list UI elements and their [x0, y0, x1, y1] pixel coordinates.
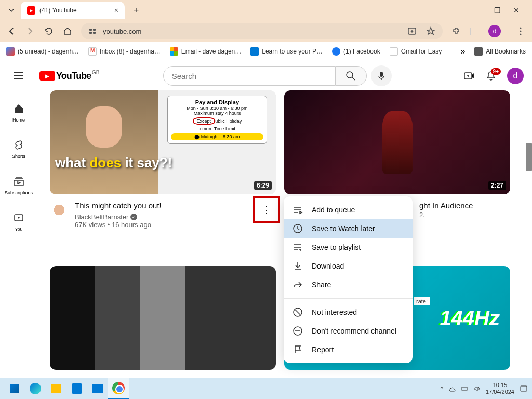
menu-download[interactable]: Download — [284, 257, 413, 275]
bookmark-learn[interactable]: Learn to use your P… — [250, 47, 323, 56]
minimize-button[interactable]: — — [474, 6, 482, 15]
svg-rect-0 — [89, 29, 92, 31]
site-settings-icon[interactable] — [88, 27, 97, 35]
menu-report[interactable]: Report — [284, 340, 413, 359]
video-duration: 6:29 — [254, 181, 272, 190]
tray-network-icon[interactable] — [461, 385, 468, 392]
menu-save-playlist[interactable]: Save to playlist — [284, 238, 413, 257]
new-tab-button[interactable]: + — [129, 3, 143, 18]
svg-rect-1 — [93, 29, 96, 31]
all-bookmarks[interactable]: All Bookmarks — [474, 47, 526, 56]
account-avatar[interactable]: d — [507, 68, 524, 84]
tray-notifications-icon[interactable] — [520, 384, 528, 393]
tab-list-dropdown[interactable] — [4, 3, 19, 18]
subscriptions-icon — [13, 176, 24, 187]
flag-icon — [292, 344, 303, 355]
video-more-button-1[interactable]: ⋮ — [257, 201, 276, 219]
extensions-button[interactable] — [451, 26, 461, 36]
close-window-button[interactable]: ✕ — [513, 6, 520, 15]
tray-chevron-icon[interactable]: ^ — [441, 385, 443, 392]
channel-name-1[interactable]: BlackBeltBarrister — [75, 213, 128, 221]
guide-menu-button[interactable] — [8, 65, 29, 86]
close-tab-icon[interactable]: × — [114, 6, 118, 15]
taskbar-mail[interactable] — [87, 378, 108, 399]
annotation-highlight — [253, 196, 280, 223]
create-button[interactable] — [463, 70, 475, 82]
home-icon — [13, 103, 24, 114]
sidebar-subscriptions[interactable]: Subscriptions — [2, 167, 35, 204]
svg-rect-16 — [521, 386, 527, 391]
bookmarks-bar: (5 unread) - dagenh… Inbox (8) - dagenha… — [0, 42, 532, 61]
svg-point-7 — [520, 34, 522, 35]
nav-bar: youtube.com | d — [0, 21, 532, 42]
bookmark-facebook[interactable]: (1) Facebook — [332, 47, 380, 56]
sidebar-you[interactable]: You — [2, 204, 35, 240]
video-card-3 — [50, 266, 276, 379]
youtube-logo-text: YouTube — [56, 71, 91, 82]
youtube-favicon — [27, 6, 35, 15]
taskbar-edge[interactable] — [25, 378, 46, 399]
library-icon — [13, 212, 24, 223]
taskbar-store[interactable] — [66, 378, 87, 399]
svg-rect-3 — [93, 32, 96, 34]
verified-icon: ✓ — [130, 214, 137, 220]
youtube-logo[interactable]: YouTube GB — [39, 71, 91, 82]
notification-count: 9+ — [491, 68, 501, 75]
youtube-header: YouTube GB 9+ d — [0, 61, 532, 90]
video-duration-2: 2:27 — [488, 181, 506, 190]
windows-taskbar: ^ 10:15 17/04/2024 — [0, 378, 532, 399]
taskbar-chrome[interactable] — [108, 378, 129, 399]
maximize-button[interactable]: ❐ — [494, 6, 501, 15]
sidebar-home[interactable]: Home — [2, 95, 35, 131]
bookmark-outlook[interactable]: Email - dave dagen… — [170, 47, 241, 56]
menu-add-to-queue[interactable]: Add to queue — [284, 201, 413, 219]
search-input[interactable] — [163, 66, 336, 86]
scrollbar-thumb[interactable] — [526, 143, 532, 171]
block-channel-icon — [292, 326, 303, 336]
system-clock[interactable]: 10:15 17/04/2024 — [486, 382, 514, 395]
window-controls: — ❐ ✕ — [474, 6, 528, 15]
voice-search-button[interactable] — [371, 65, 392, 86]
menu-divider — [284, 298, 413, 299]
bookmark-mail[interactable]: (5 unread) - dagenh… — [6, 47, 79, 56]
back-button[interactable] — [6, 26, 17, 36]
bookmark-gmail-easy[interactable]: Gmail for Easy — [390, 47, 442, 56]
video-thumbnail-1[interactable]: Pay and Display Mon - Sun 8:30 am - 6:30… — [50, 90, 276, 194]
sidebar-shorts[interactable]: Shorts — [2, 131, 35, 167]
menu-share[interactable]: Share — [284, 275, 413, 294]
download-icon — [292, 261, 303, 271]
menu-not-interested[interactable]: Not interested — [284, 303, 413, 322]
svg-point-5 — [520, 28, 522, 29]
forward-button[interactable] — [25, 26, 35, 36]
address-bar[interactable]: youtube.com — [81, 23, 443, 39]
video-thumbnail-3[interactable] — [50, 266, 276, 370]
taskbar-explorer[interactable] — [46, 378, 66, 399]
bookmark-star-icon[interactable] — [426, 26, 435, 36]
thumbnail-text: what does it say?! — [55, 155, 172, 171]
browser-tab-youtube[interactable]: (41) YouTube × — [21, 2, 125, 19]
svg-rect-15 — [462, 387, 467, 390]
video-thumbnail-2[interactable]: 2:27 — [284, 90, 510, 194]
channel-avatar-1[interactable] — [50, 201, 69, 219]
browser-menu-button[interactable] — [515, 26, 526, 36]
video-title-2-partial[interactable]: ght In Audience — [419, 201, 510, 211]
share-icon — [292, 280, 303, 290]
reload-button[interactable] — [44, 26, 54, 36]
video-card-1: Pay and Display Mon - Sun 8:30 am - 6:30… — [50, 90, 276, 237]
video-context-menu: Add to queue Save to Watch later Save to… — [284, 196, 413, 363]
search-button[interactable] — [336, 66, 367, 86]
thumbnail-hz-text: 144Hz — [440, 307, 500, 330]
tray-volume-icon[interactable] — [473, 385, 481, 392]
youtube-logo-icon — [39, 71, 55, 81]
home-button[interactable] — [62, 26, 73, 36]
video-title-1[interactable]: This might catch you out! — [75, 201, 251, 211]
bookmarks-overflow[interactable]: » — [460, 47, 465, 56]
browser-profile-avatar[interactable]: d — [488, 25, 501, 37]
bookmark-gmail-inbox[interactable]: Inbox (8) - dagenha… — [88, 47, 161, 56]
install-app-icon[interactable] — [407, 26, 417, 36]
start-button[interactable] — [4, 378, 25, 399]
menu-save-watch-later[interactable]: Save to Watch later — [284, 219, 413, 238]
notifications-button[interactable]: 9+ — [485, 70, 497, 82]
tray-onedrive-icon[interactable] — [448, 385, 456, 392]
menu-dont-recommend[interactable]: Don't recommend channel — [284, 322, 413, 340]
